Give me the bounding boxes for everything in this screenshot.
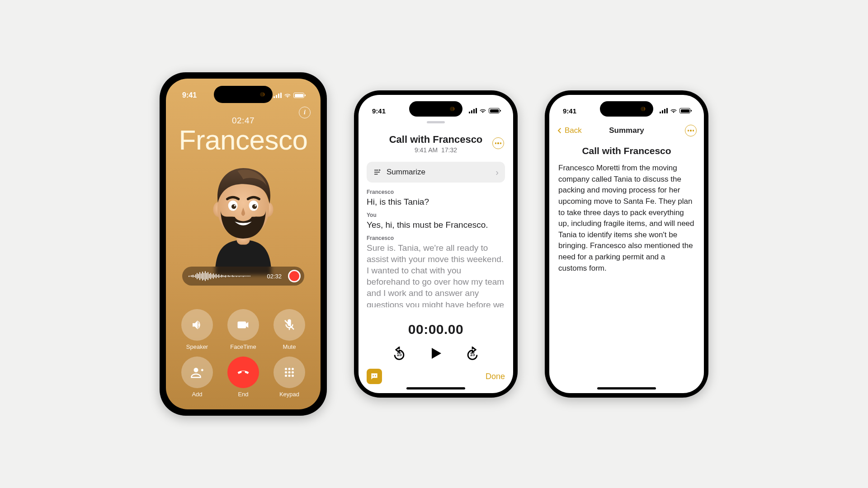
facetime-button[interactable] xyxy=(227,309,259,341)
svg-point-15 xyxy=(285,371,287,374)
dynamic-island xyxy=(600,101,653,117)
speaker-button[interactable] xyxy=(181,309,213,341)
wifi-icon xyxy=(284,92,291,99)
svg-point-9 xyxy=(255,205,256,206)
transcript-quotes-button[interactable] xyxy=(367,369,382,384)
status-time: 9:41 xyxy=(563,107,576,115)
back-button[interactable]: Back xyxy=(556,126,582,135)
summarize-icon xyxy=(373,168,381,176)
svg-point-7 xyxy=(252,204,257,209)
battery-icon xyxy=(489,108,500,113)
svg-point-12 xyxy=(285,368,287,370)
svg-point-19 xyxy=(288,375,291,377)
recording-indicator: 02:32 xyxy=(182,267,304,286)
svg-point-17 xyxy=(292,371,294,374)
keypad-label: Keypad xyxy=(279,391,299,398)
skip-back-15-button[interactable]: 15 xyxy=(392,347,407,362)
facetime-label: FaceTime xyxy=(230,343,256,350)
svg-point-20 xyxy=(292,375,294,377)
summary-title: Call with Francesco xyxy=(549,145,704,156)
transcript-message: You Yes, hi, this must be Francesco. xyxy=(367,212,505,230)
done-button[interactable]: Done xyxy=(486,372,505,381)
svg-point-1 xyxy=(213,202,224,217)
audio-waveform-icon xyxy=(189,271,262,281)
mute-button[interactable] xyxy=(274,309,305,341)
recording-time: 02:32 xyxy=(267,273,282,280)
chevron-left-icon xyxy=(556,127,564,135)
svg-point-2 xyxy=(262,202,274,217)
svg-point-14 xyxy=(292,368,294,370)
svg-point-11 xyxy=(194,368,198,372)
phone-summary: 9:41 Back Summary Call with Francesco Fr… xyxy=(545,90,708,398)
transcript-message: Francesco Hi, is this Tania? xyxy=(367,189,505,207)
battery-icon xyxy=(293,93,304,98)
sheet-grabber[interactable] xyxy=(427,121,445,123)
skip-forward-15-button[interactable]: 15 xyxy=(465,347,480,362)
svg-point-5 xyxy=(249,201,258,211)
svg-point-8 xyxy=(234,205,236,206)
svg-point-6 xyxy=(231,204,236,209)
caller-name: Francesco xyxy=(166,124,321,156)
play-button[interactable] xyxy=(428,345,444,363)
stop-recording-button[interactable] xyxy=(288,270,301,282)
transcript-message: Francesco Sure is. Tania, we're all read… xyxy=(367,235,505,307)
mute-label: Mute xyxy=(283,343,296,350)
svg-point-3 xyxy=(217,179,269,238)
wifi-icon xyxy=(479,107,486,114)
end-label: End xyxy=(238,391,248,398)
svg-point-13 xyxy=(288,368,291,370)
home-indicator[interactable] xyxy=(597,387,656,389)
nav-title: Summary xyxy=(609,126,644,135)
status-time: 9:41 xyxy=(182,91,197,99)
summarize-label: Summarize xyxy=(387,168,490,177)
cellular-icon xyxy=(469,108,477,113)
phone-transcript: 9:41 Call with Francesco 9:41 AM 17:32 S… xyxy=(354,90,518,398)
add-call-button[interactable] xyxy=(181,357,213,388)
svg-point-4 xyxy=(228,201,238,211)
cellular-icon xyxy=(274,93,282,98)
svg-point-16 xyxy=(288,371,291,374)
more-options-button[interactable] xyxy=(685,125,697,136)
transcript-title: Call with Francesco xyxy=(359,134,513,145)
chevron-right-icon: › xyxy=(495,167,499,178)
playback-time: 00:00.00 xyxy=(408,322,463,337)
status-time: 9:41 xyxy=(372,107,386,115)
svg-point-18 xyxy=(285,375,287,377)
svg-rect-0 xyxy=(236,233,250,244)
keypad-button[interactable] xyxy=(274,357,305,388)
wifi-icon xyxy=(670,107,677,114)
home-indicator[interactable] xyxy=(406,387,465,389)
add-label: Add xyxy=(192,391,202,398)
contact-memoji xyxy=(196,158,291,275)
cellular-icon xyxy=(660,108,668,113)
transcript-body[interactable]: Francesco Hi, is this Tania? You Yes, hi… xyxy=(367,189,505,307)
dynamic-island xyxy=(409,101,462,117)
summary-body: Francesco Moretti from the moving compan… xyxy=(558,163,695,274)
transcript-subtitle: 9:41 AM 17:32 xyxy=(359,146,513,154)
speaker-label: Speaker xyxy=(186,343,208,350)
summarize-button[interactable]: Summarize › xyxy=(367,162,505,183)
battery-icon xyxy=(679,108,690,113)
phone-call: 9:41 i 02:47 Francesco xyxy=(160,72,327,416)
end-call-button[interactable] xyxy=(227,357,259,388)
dynamic-island xyxy=(214,86,273,103)
